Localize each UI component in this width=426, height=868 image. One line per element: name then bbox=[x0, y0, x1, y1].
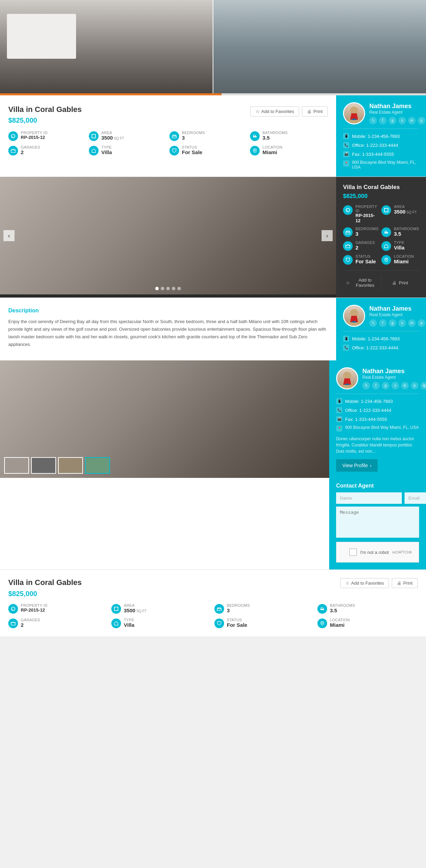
dark-area-value: 3500 bbox=[394, 209, 405, 215]
dark-area-label: Area bbox=[394, 205, 417, 209]
bedrooms-icon-1 bbox=[169, 131, 179, 141]
social-twitter-1[interactable]: 𝕏 bbox=[369, 117, 377, 124]
agent-avatar-1 bbox=[343, 102, 365, 124]
area-label-3: Area bbox=[124, 603, 147, 607]
svg-text:#: # bbox=[347, 209, 348, 212]
thumbnails-strip bbox=[4, 457, 110, 474]
area-unit-3: SQ FT bbox=[136, 609, 146, 613]
agent-address-1: 📍 900 Biscayne Blvd Way Miami, FL, USA bbox=[343, 160, 419, 170]
address-icon-1: 📍 bbox=[343, 160, 349, 167]
dark-type-icon bbox=[381, 241, 391, 251]
view-profile-button[interactable]: View Profile › bbox=[336, 459, 378, 472]
stat-status-3: Status For Sale bbox=[214, 618, 315, 628]
gallery-dot-5[interactable] bbox=[177, 287, 181, 290]
dark-location-value: Miami bbox=[394, 258, 414, 264]
svg-point-8 bbox=[254, 150, 256, 151]
print-icon-1: 🖨 bbox=[307, 109, 312, 114]
thumbnail-4[interactable] bbox=[85, 457, 110, 474]
svg-marker-7 bbox=[173, 149, 176, 153]
mini-social-pinterest[interactable]: p bbox=[418, 319, 425, 327]
mini-social-google[interactable]: g bbox=[389, 319, 396, 327]
s3-twitter[interactable]: 𝕏 bbox=[362, 382, 370, 389]
dark-stat-bathrooms: Bathrooms 3.5 bbox=[381, 227, 419, 237]
mobile-icon-1: 📱 bbox=[343, 133, 349, 139]
mini-social-facebook[interactable]: f bbox=[379, 319, 387, 327]
dark-stat-garages: Garages 2 bbox=[343, 240, 379, 251]
thumbnail-2[interactable] bbox=[31, 457, 56, 474]
s3-linkedin[interactable]: in bbox=[401, 382, 409, 389]
dark-type-value: Villa bbox=[394, 245, 405, 251]
thumbnail-1[interactable] bbox=[4, 457, 29, 474]
captcha-area: I'm not a robot reCAPTCHA bbox=[336, 542, 419, 563]
bathrooms-value-3: 3.5 bbox=[330, 607, 355, 613]
property-title-3: Villa in Coral Gables bbox=[8, 578, 82, 587]
dark-add-favorites-button[interactable]: ☆ Add to Favorites bbox=[343, 275, 381, 291]
dark-stat-type: Type Villa bbox=[381, 240, 419, 251]
svg-point-38 bbox=[322, 622, 323, 624]
social-pinterest-1[interactable]: p bbox=[418, 117, 425, 124]
gallery-nav-left[interactable]: ‹ bbox=[3, 230, 15, 241]
mini-social-skype[interactable]: s bbox=[398, 319, 406, 327]
property-price-1: $825,000 bbox=[8, 116, 328, 124]
status-icon-3 bbox=[214, 619, 224, 628]
bedrooms-label-3: Bedrooms bbox=[227, 603, 250, 607]
dark-print-button[interactable]: 🖨 Print bbox=[381, 275, 419, 291]
contact-email-input[interactable] bbox=[405, 492, 426, 504]
dark-id-label: Property ID bbox=[355, 205, 379, 213]
property-id-value-1: RP-2015-12 bbox=[21, 135, 47, 140]
contact-name-input[interactable] bbox=[336, 492, 402, 504]
dark-bathrooms-icon bbox=[381, 227, 391, 237]
agent-bio-3: Donec ullamcorper nulla non metus auctor… bbox=[336, 436, 419, 454]
status-label-1: Status bbox=[182, 145, 202, 149]
agent-mobile-3: 📱 Mobile: 1-234-456-7893 bbox=[336, 398, 419, 404]
print-button-3[interactable]: 🖨 Print bbox=[392, 578, 418, 588]
dark-stat-area: Area 3500 SQ FT bbox=[381, 205, 419, 223]
gallery-dot-4[interactable] bbox=[172, 287, 175, 290]
area-icon-3 bbox=[111, 604, 121, 614]
social-googleplus-1[interactable]: g bbox=[389, 117, 396, 124]
dark-garages-label: Garages bbox=[355, 240, 375, 245]
s3-facebook[interactable]: f bbox=[372, 382, 380, 389]
area-label-1: Area bbox=[101, 131, 124, 135]
hero-section bbox=[0, 0, 426, 93]
description-title: Description bbox=[8, 308, 328, 314]
social-icons-1: 𝕏 f g s in p ig bbox=[369, 117, 426, 124]
svg-rect-2 bbox=[92, 134, 96, 138]
type-label-3: Type bbox=[124, 618, 135, 622]
agent-mini-sidebar: Nathan James Real Estate Agent 𝕏 f g s i… bbox=[336, 298, 426, 360]
gallery-dot-2[interactable] bbox=[161, 287, 164, 290]
s3-instagram[interactable]: ig bbox=[420, 382, 426, 389]
print-button-1[interactable]: 🖨 Print bbox=[302, 106, 328, 116]
stat-area-3: Area 3500 SQ FT bbox=[111, 603, 212, 614]
social-facebook-1[interactable]: f bbox=[379, 117, 387, 124]
gallery-dot-1[interactable] bbox=[155, 287, 159, 290]
captcha-label: I'm not a robot bbox=[360, 550, 389, 555]
add-favorites-button-1[interactable]: ☆ Add to Favorites bbox=[250, 106, 299, 116]
svg-rect-18 bbox=[385, 232, 388, 234]
add-favorites-button-3[interactable]: ☆ Add to Favorites bbox=[340, 578, 389, 588]
agent-header-1: Nathan James Real Estate Agent 𝕏 f g s i… bbox=[343, 102, 419, 124]
stats-grid-3: # Property ID RP-2015-12 Area 3500 SQ FT bbox=[8, 603, 418, 628]
s3-skype[interactable]: s bbox=[391, 382, 399, 389]
mini-social-twitter[interactable]: 𝕏 bbox=[369, 319, 377, 327]
s3-pinterest[interactable]: p bbox=[411, 382, 418, 389]
s3-google[interactable]: g bbox=[382, 382, 389, 389]
thumbnail-3[interactable] bbox=[58, 457, 83, 474]
status-label-3: Status bbox=[227, 618, 247, 622]
gallery-dot-3[interactable] bbox=[166, 287, 170, 290]
contact-message-input[interactable] bbox=[336, 507, 419, 538]
svg-rect-35 bbox=[321, 609, 324, 610]
mini-social-linkedin[interactable]: in bbox=[408, 319, 416, 327]
property-title-1: Villa in Coral Gables bbox=[8, 105, 82, 114]
social-linkedin-1[interactable]: in bbox=[408, 117, 416, 124]
hero-bedroom-image bbox=[0, 0, 213, 93]
type-value-3: Villa bbox=[124, 622, 135, 628]
contact-title: Contact Agent bbox=[336, 483, 419, 489]
social-skype-1[interactable]: s bbox=[398, 117, 406, 124]
stat-garages-1: Garages 2 bbox=[8, 145, 86, 155]
gallery-nav-right[interactable]: › bbox=[322, 230, 333, 241]
property-info-1: Villa in Coral Gables ☆ Add to Favorites… bbox=[0, 95, 336, 177]
dark-panel-price: $825,000 bbox=[343, 193, 419, 200]
dark-status-label: Status bbox=[355, 254, 376, 258]
captcha-checkbox[interactable] bbox=[349, 548, 357, 556]
